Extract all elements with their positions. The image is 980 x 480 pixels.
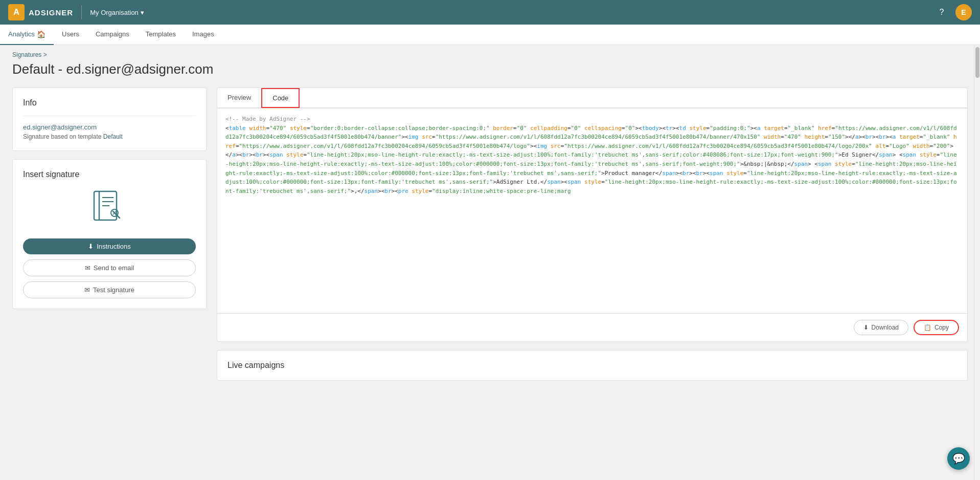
info-sub: Signature based on template Default [23,133,196,140]
secondary-nav: Analytics 🏠 Users Campaigns Templates Im… [0,25,980,45]
analytics-label: Analytics [8,30,35,38]
left-column: Info ed.signer@adsigner.com Signature ba… [12,88,207,309]
copy-icon: 📋 [924,324,931,331]
top-bar-right: ? E [934,4,972,20]
live-campaigns-title: Live campaigns [227,361,957,370]
sidebar-item-users[interactable]: Users [54,25,87,45]
logo-area: A ADSIGNER [8,4,73,20]
code-body[interactable]: <!-- Made by AdSigner --> <table width="… [217,108,967,313]
info-email: ed.signer@adsigner.com [23,123,196,131]
users-label: Users [62,30,79,38]
campaigns-label: Campaigns [96,30,129,38]
download-button[interactable]: ⬇ Download [854,320,908,335]
right-column: Preview Code <!-- Made by AdSigner --> <… [217,88,968,381]
templates-label: Templates [146,30,176,38]
book-wrench-icon [89,187,130,228]
info-card-title: Info [23,98,196,107]
insert-signature-card: Insert signature [12,159,207,309]
avatar[interactable]: E [955,4,972,20]
two-col-layout: Info ed.signer@adsigner.com Signature ba… [12,88,968,381]
logo-text: ADSIGNER [29,8,73,17]
download-icon: ⬇ [88,243,94,250]
sidebar-item-campaigns[interactable]: Campaigns [87,25,138,45]
logo-box: A [8,4,25,20]
chevron-down-icon: ▾ [141,9,144,16]
page-title: Default - ed.signer@adsigner.com [12,61,968,77]
info-card: Info ed.signer@adsigner.com Signature ba… [12,88,207,151]
content-area: Signatures > Default - ed.signer@adsigne… [0,45,980,480]
sidebar-item-images[interactable]: Images [184,25,222,45]
code-panel: Preview Code <!-- Made by AdSigner --> <… [217,88,968,342]
help-button[interactable]: ? [934,5,949,20]
live-campaigns-card: Live campaigns [217,350,968,381]
sidebar-item-analytics[interactable]: Analytics 🏠 [0,25,54,45]
instructions-button[interactable]: ⬇ Instructions [23,238,196,254]
test-email-icon: ✉ [84,286,90,294]
tabs: Preview Code [217,88,967,108]
home-icon: 🏠 [37,30,45,38]
top-bar-left: A ADSIGNER My Organisation ▾ [8,4,144,20]
nav-divider [81,5,82,19]
insert-sig-icon-area [23,187,196,228]
chat-icon: 💬 [952,452,965,465]
images-label: Images [192,30,214,38]
insert-sig-title: Insert signature [23,170,196,179]
email-icon: ✉ [85,264,90,272]
breadcrumb[interactable]: Signatures > [12,51,968,58]
org-name: My Organisation [90,9,139,16]
code-header: Preview Code [217,88,967,108]
tab-code[interactable]: Code [261,88,300,108]
download-icon-btn: ⬇ [863,324,869,331]
code-footer: ⬇ Download 📋 Copy [217,313,967,341]
right-scrollbar[interactable] [974,45,980,480]
org-button[interactable]: My Organisation ▾ [90,9,144,16]
sidebar-item-templates[interactable]: Templates [138,25,184,45]
test-signature-button[interactable]: ✉ Test signature [23,281,196,298]
tab-preview[interactable]: Preview [217,88,261,107]
chat-bubble[interactable]: 💬 [947,447,970,470]
send-to-email-button[interactable]: ✉ Send to email [23,259,196,276]
template-link[interactable]: Default [103,133,123,140]
copy-button[interactable]: 📋 Copy [914,320,959,335]
scrollbar-thumb[interactable] [975,47,979,78]
top-bar: A ADSIGNER My Organisation ▾ ? E [0,0,980,25]
